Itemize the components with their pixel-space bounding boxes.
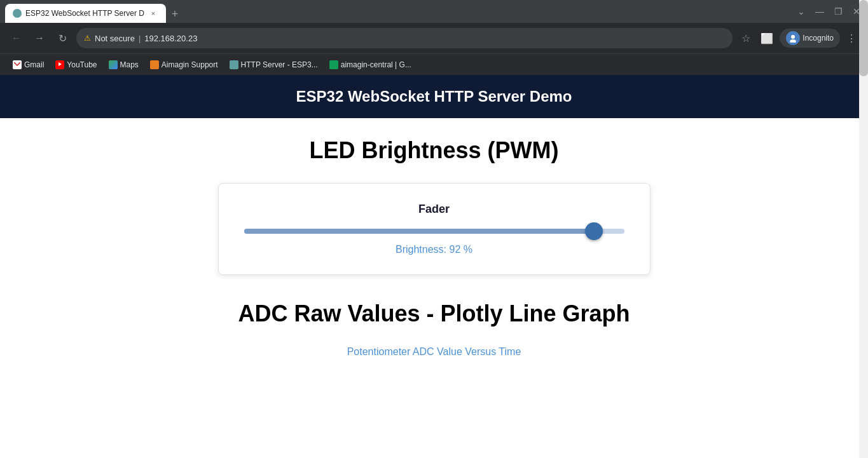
slider-thumb[interactable] xyxy=(585,222,603,240)
fader-label: Fader xyxy=(244,203,624,216)
maximize-button[interactable]: ❐ xyxy=(832,4,845,19)
page-content: ESP32 WebSocket HTTP Server Demo LED Bri… xyxy=(0,75,868,377)
bookmark-aimagin-central-label: aimagin-central | G... xyxy=(341,60,411,69)
bookmark-maps[interactable]: Maps xyxy=(104,58,144,72)
minimize-button[interactable]: — xyxy=(813,4,827,19)
toolbar-icons: ☆ ⬜ Incognito ⋮ xyxy=(738,29,860,48)
new-tab-button[interactable]: + xyxy=(166,5,184,23)
address-url: 192.168.20.23 xyxy=(144,34,197,43)
bookmark-gmail-label: Gmail xyxy=(24,60,44,69)
adc-section-title: ADC Raw Values - Plotly Line Graph xyxy=(13,300,855,327)
scrollbar-track[interactable] xyxy=(859,0,868,458)
bookmark-youtube[interactable]: YouTube xyxy=(50,58,102,72)
profile-button[interactable]: Incognito xyxy=(780,29,840,48)
page-header: ESP32 WebSocket HTTP Server Demo xyxy=(0,75,868,118)
led-section-title: LED Brightness (PWM) xyxy=(13,137,855,164)
profile-label: Incognito xyxy=(803,34,834,43)
bookmark-aimagin-support-label: Aimagin Support xyxy=(162,60,218,69)
avatar xyxy=(786,31,800,45)
aimagin-central-favicon xyxy=(329,60,338,69)
adc-section: ADC Raw Values - Plotly Line Graph Poten… xyxy=(13,300,855,358)
svg-point-0 xyxy=(791,35,795,39)
reload-button[interactable]: ↻ xyxy=(53,32,71,44)
brightness-display: Brightness: 92 % xyxy=(244,244,624,255)
bookmarks-bar: Gmail YouTube Maps Aimagin Support HTTP … xyxy=(0,53,868,75)
forward-button[interactable]: → xyxy=(31,32,48,44)
tab-overview-icon[interactable]: ⬜ xyxy=(757,30,777,47)
bookmark-aimagin-central[interactable]: aimagin-central | G... xyxy=(324,58,417,72)
svg-point-1 xyxy=(790,39,796,43)
menu-button[interactable]: ⋮ xyxy=(843,30,860,47)
youtube-favicon xyxy=(55,60,64,69)
slider-track[interactable] xyxy=(244,229,624,234)
scrollbar-thumb[interactable] xyxy=(859,0,868,76)
window-controls: ⌄ — ❐ ✕ xyxy=(795,4,863,19)
maps-favicon xyxy=(109,60,118,69)
slider-fill xyxy=(244,229,594,234)
bookmark-http-server-label: HTTP Server - ESP3... xyxy=(241,60,318,69)
star-icon[interactable]: ☆ xyxy=(738,30,754,47)
bookmark-youtube-label: YouTube xyxy=(67,60,97,69)
slider-container xyxy=(244,229,624,234)
http-server-favicon xyxy=(230,60,238,69)
back-button[interactable]: ← xyxy=(8,32,25,44)
tabs-area: ESP32 WebSocket HTTP Server D × + xyxy=(5,0,184,23)
tab-favicon xyxy=(13,9,22,18)
page-header-title: ESP32 WebSocket HTTP Server Demo xyxy=(296,88,572,105)
collapse-icon: ⌄ xyxy=(795,4,808,19)
bookmark-http-server[interactable]: HTTP Server - ESP3... xyxy=(224,58,323,72)
security-icon: ⚠ xyxy=(84,34,91,43)
gmail-favicon xyxy=(13,60,22,69)
not-secure-label: Not secure xyxy=(95,34,135,43)
title-bar: ESP32 WebSocket HTTP Server D × + ⌄ — ❐ … xyxy=(0,0,868,23)
address-bar: ← → ↻ ⚠ Not secure | 192.168.20.23 ☆ ⬜ I… xyxy=(0,23,868,53)
bookmark-aimagin-support[interactable]: Aimagin Support xyxy=(145,58,223,72)
address-divider: | xyxy=(139,34,141,43)
main-content: LED Brightness (PWM) Fader Brightness: 9… xyxy=(0,118,868,377)
tab-title: ESP32 WebSocket HTTP Server D xyxy=(25,9,144,18)
bookmark-maps-label: Maps xyxy=(120,60,139,69)
bookmark-gmail[interactable]: Gmail xyxy=(8,58,49,72)
browser-chrome: ESP32 WebSocket HTTP Server D × + ⌄ — ❐ … xyxy=(0,0,868,75)
fader-card: Fader Brightness: 92 % xyxy=(218,183,651,275)
address-field[interactable]: ⚠ Not secure | 192.168.20.23 xyxy=(76,28,733,48)
active-tab[interactable]: ESP32 WebSocket HTTP Server D × xyxy=(5,4,166,23)
chart-subtitle: Potentiometer ADC Value Versus Time xyxy=(13,346,855,358)
aimagin-support-favicon xyxy=(150,60,159,69)
tab-close-button[interactable]: × xyxy=(148,8,158,18)
